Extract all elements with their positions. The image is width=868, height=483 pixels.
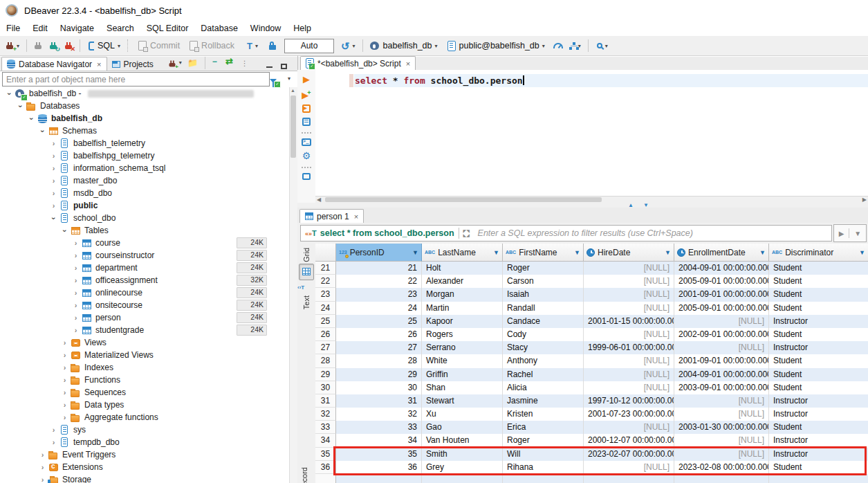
text-view-icon[interactable]: ‹›T [297,284,304,291]
tree-item-msdb_dbo[interactable]: ›msdb_dbo [0,187,290,199]
transaction-log-dropdown[interactable]: ▾ [353,43,355,49]
cell-lastname[interactable]: Griffin [422,368,503,381]
row-number-cell[interactable]: 25 [315,315,336,328]
cell-discriminator[interactable]: Student [769,275,868,288]
cell-enrollmentdate[interactable]: 2003-09-01 00:00:00.000 [674,381,769,394]
filter-history-dropdown[interactable]: ▼ [854,230,861,237]
cell-hiredate[interactable]: 1999-06-01 00:00:00.000 [584,341,674,354]
expand-chevron-icon[interactable]: › [72,264,80,272]
column-filter-dropdown[interactable]: ▼ [759,249,766,256]
cell-personid[interactable]: 21 [336,262,422,275]
collapse-all-icon[interactable]: − [212,57,217,66]
cell-personid[interactable]: 31 [336,394,422,408]
cell-enrollmentdate[interactable]: 2001-09-01 00:00:00.000 [674,354,769,367]
rollback-button[interactable]: Rollback [201,41,234,51]
table-row[interactable]: 3030ShanAlicia[NULL]2003-09-01 00:00:00.… [315,381,868,394]
expand-chevron-icon[interactable]: › [72,277,80,284]
tree-item-master_dbo[interactable]: ›master_dbo [0,174,290,187]
cell-firstname[interactable]: Rachel [503,368,584,381]
explain-plan-icon[interactable] [302,118,311,126]
expand-chevron-icon[interactable]: › [61,376,68,384]
row-number-cell[interactable]: 32 [315,408,336,421]
cell-firstname[interactable]: Cody [503,328,584,341]
autocommit-select[interactable]: Auto [284,39,334,53]
cell-lastname[interactable]: Kapoor [422,315,503,328]
tree-item-studentgrade[interactable]: ›studentgrade24K [0,324,290,336]
cell-firstname[interactable]: Candace [503,315,584,328]
connection-dropdown[interactable]: ▾ [435,43,438,49]
expand-chevron-icon[interactable]: › [72,239,80,247]
tree-item-materialized-views[interactable]: ›Materialized Views [0,349,290,361]
cell-personid[interactable]: 22 [336,275,422,288]
tree-item-babelfishpg_telemetry[interactable]: ›babelfishpg_telemetry [0,149,290,162]
cell-lastname[interactable]: Alexander [422,275,503,288]
cell-hiredate[interactable]: 2001-07-23 00:00:00.000 [584,408,674,421]
cell-discriminator[interactable]: Instructor [769,315,868,328]
collapse-chevron-icon[interactable]: › [6,90,13,98]
tab-sql-script[interactable]: ✓ *<babelfish_db> Script × [300,56,416,70]
cell-personid[interactable]: 34 [336,434,422,447]
menu-navigate[interactable]: Navigate [54,22,100,35]
schema-icon[interactable] [447,41,456,51]
expand-chevron-icon[interactable]: › [39,476,46,483]
tree-item-schemas[interactable]: ›Schemas [0,125,290,137]
cell-firstname[interactable]: Isaiah [503,288,584,301]
cell-enrollmentdate[interactable]: [NULL] [674,394,769,408]
close-icon[interactable]: × [354,212,358,221]
tree-item-tables[interactable]: ›Tables [0,224,290,237]
cell-lastname[interactable]: Xu [422,408,503,421]
cell-firstname[interactable]: Carson [503,275,584,288]
row-number-cell[interactable]: 28 [315,354,336,367]
column-filter-dropdown[interactable]: ▼ [665,249,671,256]
cell-lastname[interactable]: Shan [422,381,503,394]
rollback-icon[interactable] [190,41,198,51]
cell-firstname[interactable]: Alicia [503,381,584,394]
table-row[interactable]: 2929GriffinRachel[NULL]2004-09-01 00:00:… [315,368,868,381]
column-header-personid[interactable]: 123PersonID▼ [336,244,422,262]
cell-lastname[interactable]: Stewart [422,394,503,408]
cell-personid[interactable]: 28 [336,354,422,367]
navigator-scrollbar[interactable]: ▲ [289,87,297,483]
grid-corner-cell[interactable] [315,244,336,262]
new-connection-dropdown[interactable]: ▾ [17,43,19,49]
scrollbar-thumb[interactable] [290,95,296,158]
cell-personid[interactable]: 33 [336,421,422,434]
cell-hiredate[interactable]: [NULL] [584,421,674,434]
expand-chevron-icon[interactable]: › [50,165,57,172]
tree-item-sequences[interactable]: ›Sequences [0,386,290,399]
tree-item-information_schema_tsql[interactable]: ›information_schema_tsql [0,162,290,174]
connection-selector[interactable]: babelfish_db [383,41,432,51]
expand-chevron-icon[interactable]: › [39,464,46,471]
collapse-chevron-icon[interactable]: › [61,227,68,235]
menu-search[interactable]: Search [100,22,140,35]
table-row[interactable]: 2525KapoorCandace2001-01-15 00:00:00.000… [315,315,868,328]
tree-item-sys[interactable]: ›sys [0,423,290,436]
tree-item-course[interactable]: ›course24K [0,237,290,249]
commit-icon[interactable] [138,41,147,51]
collapse-chevron-icon[interactable]: › [50,215,57,222]
cell-hiredate[interactable]: [NULL] [584,288,674,301]
cell-personid[interactable]: 32 [336,408,422,421]
tree-item-views[interactable]: ›Views [0,336,290,349]
row-number-cell[interactable]: 33 [315,421,336,434]
cell-discriminator[interactable]: Student [769,354,868,367]
expand-chevron-icon[interactable]: › [50,190,57,197]
search-icon[interactable] [597,43,602,48]
scroll-up-icon[interactable]: ▲ [290,88,295,93]
cell-firstname[interactable]: Jasmine [503,394,584,408]
cell-discriminator[interactable]: Student [769,262,868,275]
expand-filter-icon[interactable]: ◤◥◣◢ [463,229,472,238]
tab-database-navigator[interactable]: Database Navigator × [1,57,107,71]
minimize-icon[interactable] [266,66,273,68]
column-header-discriminator[interactable]: ABCDiscriminator▼ [769,244,868,262]
tree-item-storage[interactable]: ›Storage [0,473,290,483]
table-row[interactable]: 2626RogersCody[NULL]2002-09-01 00:00:00.… [315,328,868,341]
cell-hiredate[interactable]: [NULL] [584,368,674,381]
expand-chevron-icon[interactable]: › [72,314,80,322]
maximize-icon[interactable] [281,64,287,69]
new-connection-icon[interactable]: + [168,60,176,69]
cell-hiredate[interactable]: [NULL] [584,302,674,315]
collapse-chevron-icon[interactable]: › [28,115,35,122]
table-row[interactable]: 3434Van HoutenRoger2000-12-07 00:00:00.0… [315,434,868,447]
transaction-log-icon[interactable]: ↺ [341,41,350,51]
